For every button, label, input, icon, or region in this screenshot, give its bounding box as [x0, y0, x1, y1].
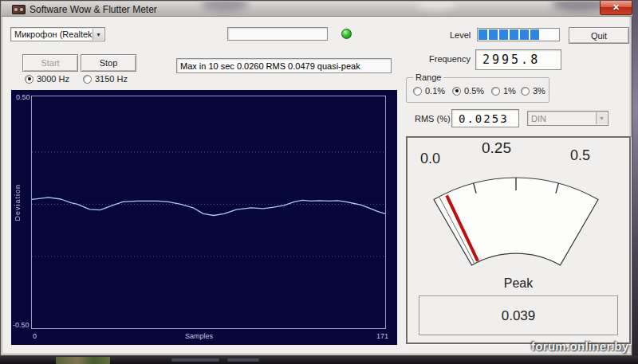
range-3-label: 3%: [533, 86, 545, 96]
title-bar[interactable]: Software Wow & Flutter Meter: [2, 2, 632, 17]
radio-3000hz[interactable]: 3000 Hz: [25, 74, 69, 84]
desktop-photo-thumbnail: [56, 357, 110, 364]
rms-label: RMS (%): [415, 114, 451, 123]
radio-range-0p5[interactable]: 0.5%: [452, 86, 484, 96]
frequency-label: Frequency: [429, 54, 471, 64]
titlebar-glass-blob: [201, 2, 249, 11]
chevron-down-icon: ▼: [596, 112, 607, 124]
level-segment: [510, 29, 518, 40]
chart-plot-area: [31, 96, 386, 329]
range-0p5-label: 0.5%: [464, 86, 484, 96]
chevron-down-icon[interactable]: ▼: [93, 29, 104, 40]
signal-led-icon: [341, 29, 352, 39]
input-device-select[interactable]: Микрофон (Realtek High ▼: [10, 27, 105, 41]
radio-dot-icon: [491, 87, 500, 96]
input-device-value: Микрофон (Realtek High: [14, 29, 93, 39]
frequency-value: 2995.8: [475, 49, 561, 70]
level-segment: [541, 29, 549, 40]
peak-meter-panel: 0.0 0.25 0.5 Peak 0.039: [406, 136, 631, 344]
radio-3000hz-label: 3000 Hz: [37, 74, 69, 84]
radio-dot-icon: [413, 87, 422, 96]
radio-3150hz[interactable]: 3150 Hz: [83, 74, 128, 84]
desktop-text-smudge: [171, 358, 219, 362]
window-title: Software Wow & Flutter Meter: [30, 4, 157, 15]
radio-dot-icon: [25, 75, 33, 84]
desktop-text-smudge: [227, 358, 259, 362]
weighting-select[interactable]: DIN ▼: [527, 111, 608, 126]
range-0p1-label: 0.1%: [425, 86, 445, 96]
peak-value-box: 0.039: [419, 296, 618, 335]
titlebar-glass-blob: [416, 2, 456, 11]
x-axis-title: Samples: [185, 332, 213, 340]
y-axis-top-label: 0.50: [16, 93, 30, 101]
watermark: forum.onliner.by: [531, 339, 628, 353]
desktop-edge: [632, 0, 638, 364]
radio-range-3[interactable]: 3%: [521, 86, 545, 96]
rms-value: 0.0253: [451, 109, 519, 127]
app-icon: [12, 5, 26, 14]
radio-dot-icon: [521, 87, 530, 96]
level-segment: [551, 29, 560, 40]
quit-button[interactable]: Quit: [569, 27, 629, 44]
stop-button[interactable]: Stop: [81, 54, 136, 72]
x-axis-start-tick: 0: [33, 332, 37, 340]
level-segment: [489, 29, 498, 40]
app-window: Software Wow & Flutter Meter ✕ Микрофон …: [0, 0, 632, 356]
max-readout-textbox: Max in 10 sec 0.0260 RMS 0.0479 quasi-pe…: [176, 58, 392, 73]
radio-dot-icon: [452, 87, 461, 96]
radio-dot-icon: [83, 75, 92, 84]
level-segment: [520, 29, 529, 40]
level-segment: [499, 29, 508, 40]
start-button[interactable]: Start: [22, 54, 78, 72]
status-textbox[interactable]: [227, 27, 328, 41]
y-axis-bottom-label: -0.50: [13, 321, 30, 329]
deviation-chart: 0.50 -0.50 Deviation 0 Samples 171: [11, 90, 397, 345]
radio-range-1[interactable]: 1%: [491, 86, 516, 96]
range-groupbox: Range 0.1% 0.5% 1% 3%: [406, 77, 549, 103]
trace-svg: [32, 96, 385, 328]
close-button[interactable]: ✕: [600, 1, 632, 15]
radio-range-0p1[interactable]: 0.1%: [413, 86, 445, 96]
radio-3150hz-label: 3150 Hz: [95, 74, 128, 84]
level-segment: [530, 29, 539, 40]
weighting-value: DIN: [531, 114, 546, 123]
x-axis-end-tick: 171: [376, 332, 388, 340]
range-1-label: 1%: [503, 86, 516, 96]
y-axis-title: Deviation: [14, 184, 22, 221]
range-group-label: Range: [413, 72, 443, 82]
level-meter: [477, 28, 560, 41]
level-segment: [478, 29, 487, 40]
peak-label: Peak: [408, 276, 629, 291]
level-label: Level: [450, 30, 471, 40]
